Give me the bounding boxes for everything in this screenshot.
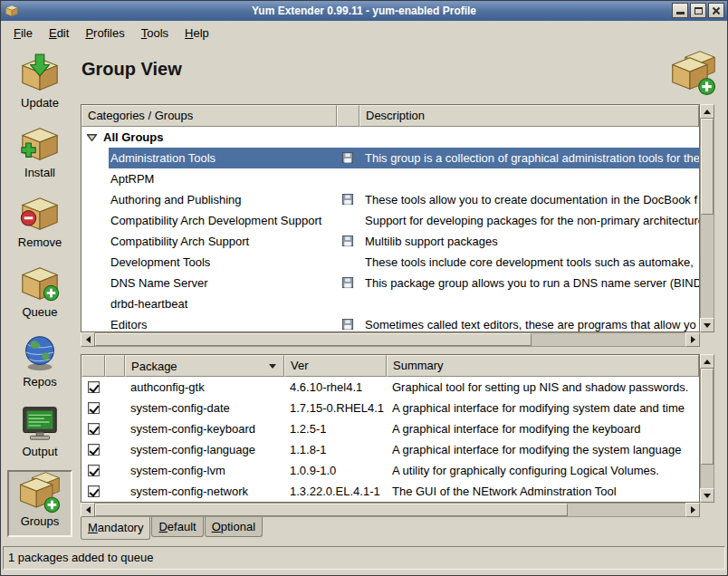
tab-default[interactable]: Default [151, 517, 203, 537]
menu-edit[interactable]: Edit [41, 23, 77, 43]
sidebar-item-repos[interactable]: Repos [7, 331, 72, 398]
maximize-button[interactable] [690, 3, 706, 18]
package-version: 1.3.22.0.EL.4.1-1 [284, 485, 387, 498]
package-row[interactable]: system-config-network 1.3.22.0.EL.4.1-1 … [81, 481, 699, 502]
group-description: Multilib support packages [359, 235, 699, 248]
scroll-left-button[interactable] [81, 332, 95, 347]
package-checkbox[interactable] [88, 485, 100, 497]
window-title: Yum Extender 0.99.11 - yum-enabled Profi… [1, 1, 727, 21]
package-name: system-config-network [125, 485, 284, 498]
output-icon [19, 402, 61, 444]
installed-floppy-icon [342, 277, 354, 289]
group-name: Compatibility Arch Development Support [81, 214, 337, 227]
scrollbar-track[interactable] [700, 369, 714, 488]
group-vertical-scrollbar[interactable] [700, 104, 714, 332]
column-header-description[interactable]: Description [359, 105, 699, 127]
sidebar-item-update[interactable]: Update [7, 52, 72, 119]
sidebar-item-groups[interactable]: Groups [7, 470, 72, 537]
minimize-button[interactable] [672, 3, 688, 18]
scroll-down-button[interactable] [700, 488, 714, 503]
sidebar-label: Groups [21, 514, 60, 528]
group-row[interactable]: AptRPM [81, 168, 699, 189]
package-row[interactable]: authconfig-gtk 4.6.10-rhel4.1 Graphical … [81, 377, 699, 398]
group-row[interactable]: Development Tools These tools include co… [81, 252, 699, 273]
arrow-up-icon [704, 360, 711, 364]
package-checkbox[interactable] [88, 381, 100, 393]
menu-file[interactable]: File [5, 23, 41, 43]
scroll-right-button[interactable] [685, 503, 700, 517]
minimize-icon [676, 12, 685, 14]
sidebar-item-output[interactable]: Output [7, 400, 72, 467]
group-description: These tools allow you to create document… [359, 193, 699, 206]
scroll-left-button[interactable] [81, 503, 95, 517]
package-version: 1.7.15-0.RHEL4.1 [284, 401, 387, 415]
status-text: 1 packages added to queue [8, 551, 153, 564]
column-header-package[interactable]: Package [125, 355, 284, 377]
package-name: system-config-keyboard [125, 422, 284, 436]
package-version: 4.6.10-rhel4.1 [284, 380, 387, 394]
installed-floppy-icon [342, 319, 354, 331]
package-table-body: Package Ver Summary authconfig-gtk 4.6.1… [81, 354, 700, 503]
close-button[interactable] [708, 3, 724, 18]
status-bar: 1 packages added to queue [3, 546, 725, 570]
scroll-right-button[interactable] [685, 332, 700, 347]
group-row[interactable]: Administration Tools This group is a col… [81, 148, 699, 168]
arrow-down-icon [704, 323, 711, 328]
package-checkbox[interactable] [88, 444, 100, 456]
package-row[interactable]: system-config-date 1.7.15-0.RHEL4.1 A gr… [81, 398, 699, 418]
column-header-checkbox[interactable] [81, 355, 105, 377]
menu-tools[interactable]: Tools [133, 23, 177, 43]
group-row[interactable]: Editors Sometimes called text editors, t… [81, 314, 699, 332]
arrow-up-icon [704, 110, 711, 114]
group-row[interactable]: Authoring and Publishing These tools all… [81, 189, 699, 210]
installed-icon-cell [337, 235, 359, 247]
package-checkbox[interactable] [88, 423, 100, 435]
column-header-summary[interactable]: Summary [387, 355, 699, 377]
column-header-categories[interactable]: Categories / Groups [81, 105, 337, 127]
scrollbar-track[interactable] [95, 503, 685, 517]
scroll-up-button[interactable] [700, 104, 714, 119]
group-row[interactable]: Compatibility Arch Development Support S… [81, 210, 699, 231]
install-icon [19, 123, 61, 165]
column-header-ver[interactable]: Ver [284, 355, 387, 377]
installed-icon-cell [337, 277, 359, 289]
group-description: Sometimes called text editors, these are… [359, 318, 699, 331]
tree-root-row[interactable]: All Groups [81, 127, 699, 148]
package-horizontal-scrollbar[interactable] [81, 503, 700, 517]
tab-optional[interactable]: Optional [205, 517, 263, 537]
package-row[interactable]: system-config-keyboard 1.2.5-1 A graphic… [81, 418, 699, 439]
yum-extender-window: Yum Extender 0.99.11 - yum-enabled Profi… [0, 0, 728, 576]
sidebar-item-install[interactable]: Install [7, 121, 72, 188]
package-name: system-config-language [125, 443, 284, 456]
menu-help[interactable]: Help [177, 23, 217, 43]
scrollbar-thumb[interactable] [701, 119, 714, 215]
scrollbar-thumb[interactable] [95, 504, 568, 516]
scrollbar-track[interactable] [95, 332, 685, 347]
group-row[interactable]: drbd-heartbeat [81, 293, 699, 314]
group-tree-table: Categories / Groups Description All Grou… [81, 104, 714, 347]
scrollbar-thumb[interactable] [95, 333, 532, 346]
package-checkbox[interactable] [88, 402, 100, 414]
package-vertical-scrollbar[interactable] [700, 354, 714, 503]
package-checkbox[interactable] [88, 465, 100, 476]
column-header-installed[interactable] [337, 105, 359, 127]
sidebar-item-queue[interactable]: Queue [7, 261, 72, 328]
menubar: File Edit Profiles Tools Help [1, 21, 727, 44]
column-header-icon[interactable] [105, 355, 125, 377]
scrollbar-track[interactable] [700, 119, 714, 318]
scroll-up-button[interactable] [700, 354, 714, 369]
scrollbar-thumb[interactable] [701, 369, 714, 465]
group-name: DNS Name Server [81, 276, 337, 290]
group-row[interactable]: Compatibility Arch Support Multilib supp… [81, 231, 699, 252]
arrow-down-icon [704, 494, 711, 498]
installed-floppy-icon [342, 152, 354, 164]
sidebar-item-remove[interactable]: Remove [7, 191, 72, 258]
expander-down-icon[interactable] [87, 132, 97, 142]
menu-profiles[interactable]: Profiles [77, 23, 132, 43]
scroll-down-button[interactable] [700, 318, 714, 332]
tab-mandatory[interactable]: Mandatory [81, 517, 150, 540]
group-horizontal-scrollbar[interactable] [81, 332, 700, 347]
package-row[interactable]: system-config-lvm 1.0.9-1.0 A utility fo… [81, 460, 699, 481]
package-row[interactable]: system-config-language 1.1.8-1 A graphic… [81, 439, 699, 460]
group-row[interactable]: DNS Name Server This package group allow… [81, 273, 699, 293]
